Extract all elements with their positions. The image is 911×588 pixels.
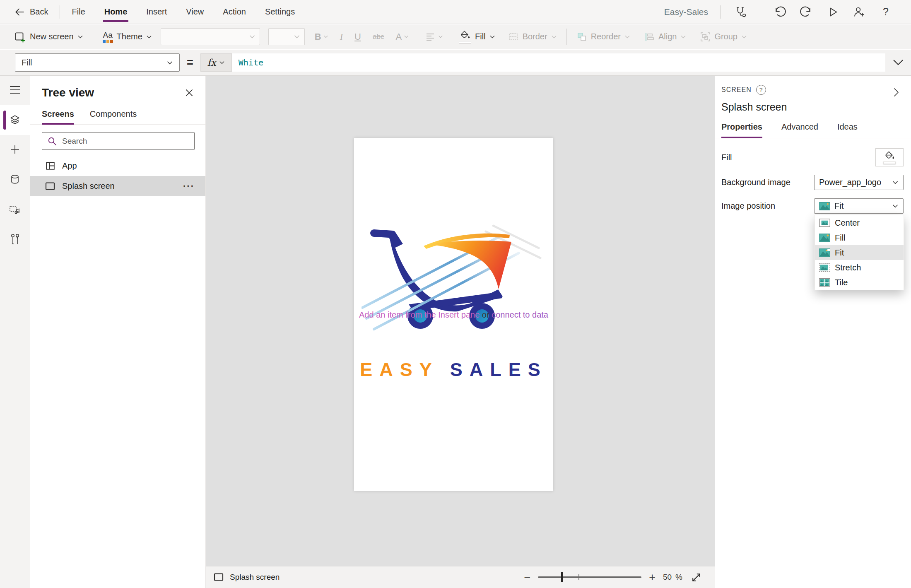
back-label: Back [30, 7, 48, 17]
redo-icon[interactable] [799, 4, 813, 20]
dropdown-option-fill[interactable]: Fill [815, 230, 904, 245]
tab-screens[interactable]: Screens [42, 109, 74, 125]
item-ellipsis-icon[interactable]: ··· [183, 181, 195, 192]
logo-wordmark: EASY SALES [354, 359, 553, 381]
chevron-down-icon [741, 35, 747, 39]
panel-tabs: Properties Advanced Ideas [715, 113, 911, 138]
italic-button[interactable]: I [340, 31, 343, 42]
formula-expand-button[interactable] [885, 59, 911, 66]
tree-item-splash-screen[interactable]: Splash screen ··· [30, 176, 205, 196]
group-button[interactable]: Group [700, 31, 747, 42]
data-sources-icon[interactable] [6, 170, 24, 188]
fill-button[interactable]: Fill [459, 30, 495, 43]
font-color-button[interactable]: A [395, 31, 409, 42]
play-preview-icon[interactable] [826, 4, 840, 20]
tab-ideas[interactable]: Ideas [837, 122, 858, 138]
chevron-down-icon [624, 35, 630, 39]
zoom-in-button[interactable]: + [649, 572, 656, 583]
image-position-select[interactable]: Fit Center Fill [814, 198, 904, 214]
tree-view-tabs: Screens Components [30, 109, 205, 125]
menu-home[interactable]: Home [104, 0, 128, 24]
formula-input[interactable]: White [232, 53, 885, 72]
chevron-down-icon [294, 34, 300, 39]
tree-view-panel: Tree view Screens Components App Splash … [30, 76, 206, 588]
fit-to-window-icon[interactable] [690, 569, 702, 586]
property-select[interactable]: Fill [15, 53, 180, 72]
tab-advanced[interactable]: Advanced [781, 122, 818, 138]
dropdown-option-tile[interactable]: Tile [815, 275, 904, 290]
align-icon [644, 31, 655, 42]
font-family-select[interactable] [161, 28, 260, 45]
help-icon[interactable]: ? [879, 4, 893, 20]
close-icon[interactable] [184, 87, 195, 98]
advanced-tools-icon[interactable] [6, 230, 24, 248]
dropdown-option-center[interactable]: Center [815, 215, 904, 230]
menu-settings[interactable]: Settings [265, 0, 295, 24]
app-checker-icon[interactable] [733, 4, 747, 20]
align-button[interactable]: Align [644, 31, 686, 42]
property-row-background-image: Background image Power_app_logo [721, 175, 904, 190]
tree-item-app[interactable]: App [30, 156, 205, 176]
menu-action[interactable]: Action [223, 0, 246, 24]
chevron-down-icon [489, 35, 495, 39]
new-screen-button[interactable]: New screen [14, 31, 83, 43]
tab-components[interactable]: Components [90, 109, 137, 125]
back-button[interactable]: Back [14, 7, 48, 17]
fill-color-button[interactable] [875, 148, 904, 166]
menu-divider [760, 5, 760, 19]
collapse-panel-icon[interactable] [891, 86, 901, 99]
zoom-out-button[interactable]: − [524, 572, 530, 583]
canvas-area[interactable]: Add an item from the Insert pane or conn… [206, 76, 715, 588]
border-button[interactable]: Border [508, 32, 557, 42]
undo-icon[interactable] [773, 4, 787, 20]
tile-image-icon [819, 278, 830, 287]
zoom-slider[interactable] [538, 576, 641, 578]
underline-button[interactable]: U [354, 31, 361, 42]
search-input[interactable] [62, 137, 189, 146]
insert-plus-icon[interactable] [6, 140, 24, 159]
background-image-select[interactable]: Power_app_logo [814, 175, 904, 190]
tab-properties[interactable]: Properties [721, 122, 762, 138]
hamburger-menu-icon[interactable] [6, 81, 24, 99]
media-icon[interactable] [6, 200, 24, 219]
connect-to-data-link[interactable]: connect to data [492, 310, 548, 319]
insert-pane-link[interactable]: Add an item from the Insert pane [359, 310, 480, 319]
share-user-icon[interactable] [852, 4, 866, 20]
fx-button[interactable]: fx [200, 53, 232, 72]
font-size-select[interactable] [268, 28, 305, 45]
search-box[interactable] [42, 132, 195, 150]
chevron-down-icon [892, 204, 899, 208]
zoom-slider-handle[interactable] [561, 572, 563, 582]
chevron-down-icon [166, 60, 173, 65]
properties-panel: SCREEN ? Splash screen Properties Advanc… [715, 76, 911, 588]
strikethrough-button[interactable]: abc [373, 33, 384, 41]
back-arrow-icon [14, 7, 25, 17]
panel-kind-label: SCREEN [721, 86, 752, 94]
menu-divider [60, 5, 60, 19]
text-align-button[interactable] [425, 32, 443, 41]
app-icon [45, 160, 56, 171]
tree-view-title: Tree view [42, 86, 94, 99]
reorder-button[interactable]: Reorder [576, 31, 630, 42]
fit-image-icon [819, 248, 830, 257]
chevron-down-icon [249, 34, 255, 39]
text-align-icon [425, 32, 436, 41]
theme-icon: Aa [103, 31, 113, 43]
help-circle-icon[interactable]: ? [756, 85, 766, 95]
menu-divider [721, 5, 721, 19]
menu-view[interactable]: View [186, 0, 204, 24]
screen-icon [213, 572, 224, 582]
dropdown-option-stretch[interactable]: Stretch [815, 260, 904, 275]
tree-view-icon[interactable] [6, 111, 24, 129]
splash-screen-canvas[interactable]: Add an item from the Insert pane or conn… [354, 138, 553, 491]
fit-image-icon [819, 202, 830, 210]
toolbar-divider [93, 29, 93, 45]
zoom-value: 50 % [663, 573, 682, 582]
selected-control-title: Splash screen [715, 95, 911, 113]
menu-insert[interactable]: Insert [146, 0, 167, 24]
content-region: Tree view Screens Components App Splash … [0, 76, 911, 588]
dropdown-option-fit[interactable]: Fit [815, 245, 904, 260]
menu-file[interactable]: File [72, 0, 85, 24]
bold-button[interactable]: B [315, 31, 328, 42]
theme-button[interactable]: Aa Theme [103, 31, 152, 43]
